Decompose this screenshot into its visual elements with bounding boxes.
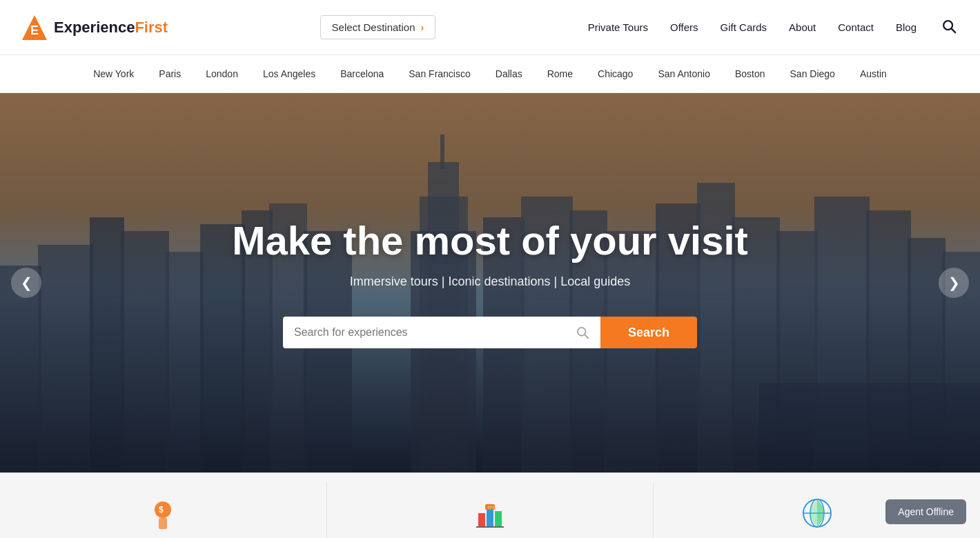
city-new-york[interactable]: New York <box>93 68 134 79</box>
svg-rect-37 <box>478 513 485 527</box>
nav-offers[interactable]: Offers <box>670 21 698 33</box>
svg-rect-35 <box>159 518 167 529</box>
city-barcelona[interactable]: Barcelona <box>340 68 384 79</box>
nav-blog[interactable]: Blog <box>896 21 917 33</box>
logo-icon: E <box>21 14 48 41</box>
svg-text:777: 777 <box>487 506 495 510</box>
city-nav: New York Paris London Los Angeles Barcel… <box>0 55 980 93</box>
hero-title: Make the most of your visit <box>232 217 748 263</box>
nav-private-tours[interactable]: Private Tours <box>588 21 648 33</box>
city-chicago[interactable]: Chicago <box>598 68 633 79</box>
search-button[interactable]: Search <box>600 317 697 348</box>
header-search-button[interactable] <box>939 16 959 39</box>
feature-icon-3 <box>800 496 834 530</box>
nav-about[interactable]: About <box>789 21 816 33</box>
city-san-antonio[interactable]: San Antonio <box>658 68 710 79</box>
city-paris[interactable]: Paris <box>159 68 181 79</box>
feature-icon-1: $ <box>146 496 180 530</box>
search-input-wrapper <box>283 317 600 348</box>
svg-line-3 <box>952 29 956 32</box>
svg-text:E: E <box>30 23 39 37</box>
svg-text:$: $ <box>159 505 164 515</box>
feature-strip: $ 777 <box>0 472 980 538</box>
main-nav: Private Tours Offers Gift Cards About Co… <box>588 16 959 39</box>
hero-section: ❮ Make the most of your visit Immersive … <box>0 93 980 472</box>
search-input[interactable] <box>294 317 576 348</box>
city-london[interactable]: London <box>206 68 238 79</box>
hero-subtitle: Immersive tours | Iconic destinations | … <box>232 275 748 289</box>
agent-offline-badge: Agent Offline <box>885 499 966 524</box>
chevron-right-icon: › <box>421 22 424 33</box>
hero-content: Make the most of your visit Immersive to… <box>232 217 748 348</box>
feature-card-2: 777 <box>327 482 654 538</box>
search-icon <box>941 19 957 34</box>
city-rome[interactable]: Rome <box>547 68 573 79</box>
svg-line-33 <box>585 335 588 338</box>
city-san-francisco[interactable]: San Francisco <box>409 68 470 79</box>
svg-rect-38 <box>487 508 493 527</box>
destination-selector[interactable]: Select Destination › <box>320 15 436 39</box>
city-san-diego[interactable]: San Diego <box>790 68 835 79</box>
hero-search-bar: Search <box>283 317 697 348</box>
city-los-angeles[interactable]: Los Angeles <box>263 68 315 79</box>
carousel-next-button[interactable]: ❯ <box>939 268 969 298</box>
main-header: E ExperienceFirst Select Destination › P… <box>0 0 980 55</box>
city-dallas[interactable]: Dallas <box>496 68 522 79</box>
search-input-icon <box>576 326 589 339</box>
carousel-prev-button[interactable]: ❮ <box>11 268 41 298</box>
svg-rect-39 <box>495 511 502 527</box>
city-boston[interactable]: Boston <box>735 68 765 79</box>
nav-contact[interactable]: Contact <box>838 21 874 33</box>
feature-icon-2: 777 <box>473 496 507 530</box>
arrow-right-icon: ❯ <box>948 275 960 291</box>
feature-cards: $ 777 <box>0 482 980 538</box>
arrow-left-icon: ❮ <box>21 275 32 291</box>
nav-gift-cards[interactable]: Gift Cards <box>721 21 767 33</box>
logo-text: ExperienceFirst <box>54 19 168 37</box>
feature-card-1: $ <box>0 482 327 538</box>
city-austin[interactable]: Austin <box>860 68 887 79</box>
logo-link[interactable]: E ExperienceFirst <box>21 14 168 41</box>
